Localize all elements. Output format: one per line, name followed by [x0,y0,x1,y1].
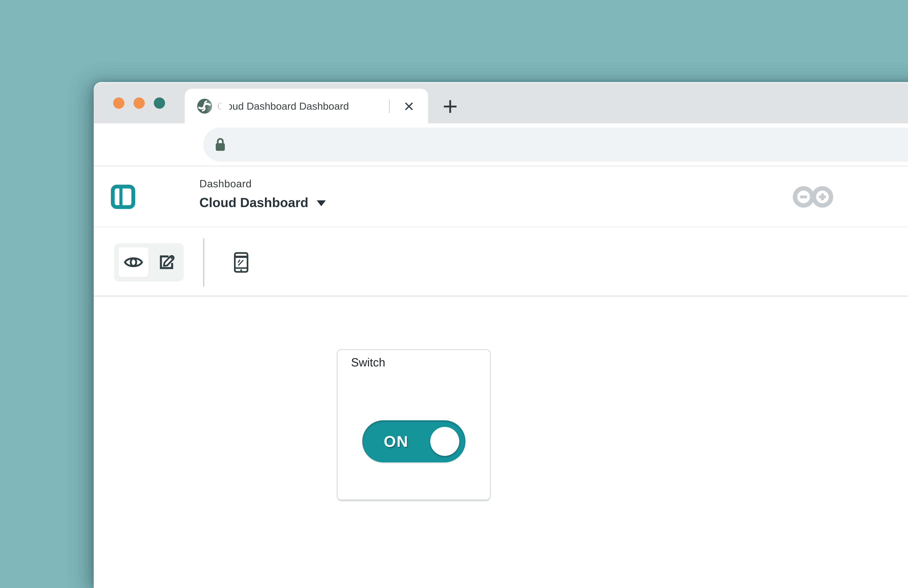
chevron-down-icon [317,200,326,206]
browser-nav-bar [94,124,908,166]
switch-knob [430,427,459,456]
address-bar[interactable] [203,128,908,162]
browser-tab-bar: Cloud Dashboard Dashboard [94,82,908,124]
tab-title: Cloud Dashboard Dashboard [217,100,385,112]
breadcrumb: Dashboard [200,178,326,190]
arduino-logo-icon [790,185,836,209]
edit-mode-pencil-icon[interactable] [156,253,175,272]
widget-label: Switch [351,356,385,369]
page-title: Cloud Dashboard [200,195,308,210]
browser-window: Cloud Dashboard Dashboard [94,82,908,588]
browser-tab[interactable]: Cloud Dashboard Dashboard [185,89,428,124]
dashboard-toolbar [94,228,908,296]
switch-state-label: ON [384,420,409,463]
switch-widget-card: Switch ON [337,349,491,500]
tab-title-fade [206,98,229,116]
dashboard-title-dropdown[interactable]: Cloud Dashboard [200,195,326,210]
app-header: Dashboard Cloud Dashboard [94,166,908,227]
header-text-block: Dashboard Cloud Dashboard [200,178,326,210]
mobile-view-icon[interactable] [234,252,248,273]
dashboard-canvas: Switch ON [94,297,908,588]
toolbar-divider [203,238,204,286]
sidebar-panel-icon[interactable] [111,185,135,209]
desktop-background: Cloud Dashboard Dashboard [0,0,908,588]
view-edit-segmented-control [114,243,184,281]
window-controls [113,98,165,109]
lock-icon[interactable] [215,138,226,151]
tab-separator [389,100,390,113]
window-button-2[interactable] [134,98,145,109]
new-tab-button[interactable] [442,98,458,115]
switch-toggle[interactable]: ON [362,420,465,463]
window-button-3[interactable] [154,98,165,109]
window-button-1[interactable] [113,98,124,109]
view-mode-eye-icon[interactable] [124,252,143,272]
tab-close-icon[interactable] [403,100,415,112]
